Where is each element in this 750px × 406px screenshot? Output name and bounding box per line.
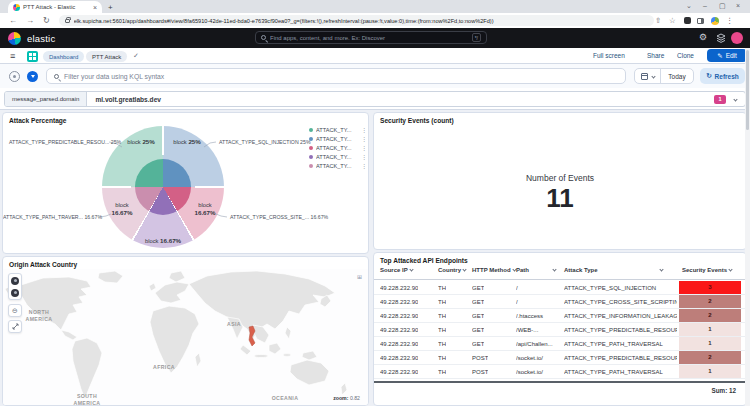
reload-icon[interactable]: ↻	[43, 16, 50, 25]
window-minimize-icon[interactable]: –	[703, 2, 707, 9]
hamburger-menu-icon[interactable]: ≡	[10, 51, 15, 61]
legend-item[interactable]: ATTACK_TY...⋮	[309, 154, 367, 160]
date-range-button[interactable]: Today	[661, 69, 693, 83]
legend-options-icon[interactable]: ⋮	[362, 136, 368, 142]
map-fit-bounds-button[interactable]	[8, 320, 22, 333]
map-tool-icon[interactable]	[11, 289, 19, 297]
security-events-cell: 3	[679, 281, 741, 294]
kql-search-input[interactable]: Filter your data using KQL syntax	[46, 68, 626, 84]
share-button[interactable]: Share	[647, 52, 664, 59]
window-dropdown-icon[interactable]: ⌄	[686, 2, 692, 10]
legend-options-icon[interactable]: ⋮	[362, 127, 368, 133]
global-search-input[interactable]: Find apps, content, and more. Ex: Discov…	[255, 31, 487, 44]
map-legend-toggle-icon[interactable]: ⊞	[357, 273, 362, 280]
map-label-africa: AFRICA	[149, 364, 179, 371]
browser-tab[interactable]: PTT Attack - Elastic ×	[8, 1, 102, 13]
map-label-oceania: OCEANIA	[265, 395, 305, 402]
legend-item[interactable]: ATTACK_TY...⋮	[309, 136, 367, 142]
pencil-icon: ✎	[717, 52, 722, 60]
elastic-brand: elastic	[27, 33, 55, 44]
filter-icon[interactable]	[27, 71, 38, 82]
scrollbar-thumb[interactable]	[746, 50, 749, 130]
col-security-events[interactable]: Security Events	[682, 267, 732, 273]
table-row[interactable]: 49.228.232.90THGET/ATTACK_TYPE_SQL_INJEC…	[374, 281, 746, 295]
table-header-row: Source IP Country HTTP Method Path Attac…	[374, 267, 746, 280]
panel-attack-percentage[interactable]: Attack Percentage block 25% block 25% bl…	[2, 112, 369, 254]
side-panel-icon[interactable]	[697, 18, 704, 24]
legend-dot	[309, 146, 313, 150]
check-icon[interactable]: ✓	[133, 52, 139, 60]
map-tools-group[interactable]	[8, 273, 22, 300]
table-row[interactable]: 49.228.232.90THGET/ATTACK_TYPE_CROSS_SIT…	[374, 295, 746, 309]
edit-label: Edit	[726, 52, 737, 59]
world-map[interactable]: NORTH AMERICA ASIA AFRICA SOUTH AMERICA …	[3, 269, 368, 405]
refresh-button[interactable]: ↻ Refresh	[700, 68, 745, 84]
security-events-cell: 2	[679, 309, 741, 322]
legend-dot	[309, 155, 313, 159]
col-attack-type[interactable]: Attack Type	[564, 267, 663, 273]
legend-options-icon[interactable]: ⋮	[362, 154, 368, 160]
map-tool-icon[interactable]	[11, 277, 19, 285]
date-picker-group: Today	[634, 68, 694, 84]
browser-profile-avatar[interactable]	[711, 17, 719, 25]
table-row[interactable]: 49.228.232.90THGET/api/Challen...ATTACK_…	[374, 337, 746, 351]
clone-button[interactable]: Clone	[677, 52, 694, 59]
elastic-logo	[8, 32, 21, 45]
gear-icon[interactable]: ⚙	[699, 32, 707, 42]
legend-item[interactable]: ATTACK_TY...⋮	[309, 127, 367, 133]
new-tab-button[interactable]: +	[108, 3, 113, 12]
metric-label: Number of Events	[374, 173, 746, 183]
panel-top-attacked-api-endpoints[interactable]: Top Attacked API Endpoints Source IP Cou…	[373, 252, 747, 406]
user-avatar[interactable]	[731, 32, 743, 44]
search-icon	[54, 74, 59, 79]
table-row[interactable]: 49.228.232.90THPOST/socket.io/ATTACK_TYP…	[374, 365, 746, 379]
security-events-cell: 1	[679, 323, 741, 336]
panel-origin-attack-country[interactable]: Origin Attack Country	[2, 256, 369, 406]
url-text: elk.supicha.net:5601/app/dashboards#/vie…	[74, 18, 494, 24]
map-zoom-out-button[interactable]: ⊖	[8, 304, 22, 317]
domain-filter-control[interactable]: message_parsed.domain ml.volt.greatlabs.…	[4, 91, 746, 107]
edit-button[interactable]: ✎ Edit	[707, 49, 747, 62]
table-row[interactable]: 49.228.232.90THPOST/socket.io/ATTACK_TYP…	[374, 351, 746, 365]
pie-label-block-tl: block 25%	[127, 138, 155, 146]
breadcrumb-dashboard[interactable]: Dashboard	[43, 51, 84, 62]
col-http-method[interactable]: HTTP Method	[472, 267, 516, 273]
extension-icon[interactable]	[684, 17, 691, 24]
col-country[interactable]: Country	[438, 267, 466, 273]
saved-query-icon[interactable]	[9, 71, 20, 82]
browser-menu-icon[interactable]: ⋮	[726, 16, 734, 25]
col-source-ip[interactable]: Source IP	[380, 267, 413, 273]
legend-item[interactable]: ATTACK_TY...⋮	[309, 145, 367, 151]
legend-item[interactable]: ATTACK_TY...⋮	[309, 163, 367, 169]
security-events-cell: 2	[679, 351, 741, 364]
browser-url-row: ← → ↻ elk.supicha.net:5601/app/dashboard…	[0, 13, 750, 28]
forward-icon[interactable]: →	[26, 16, 34, 25]
map-label-south-america: SOUTH AMERICA	[65, 393, 109, 406]
callout-path-traversal: ATTACK_TYPE_PATH_TRAVER... 16.67%	[3, 214, 98, 220]
map-label-north-america: NORTH AMERICA	[17, 309, 61, 323]
legend-options-icon[interactable]: ⋮	[362, 145, 368, 151]
full-screen-button[interactable]: Full screen	[593, 52, 625, 59]
screen: PTT Attack - Elastic × + ⌄ – ▢ × ← → ↻ e…	[0, 0, 750, 406]
chevron-down-icon[interactable]	[733, 97, 737, 101]
map-zoom-indicator: zoom: 0.82	[333, 395, 360, 401]
tab-close-icon[interactable]: ×	[93, 4, 97, 11]
calendar-button[interactable]	[635, 69, 661, 83]
search-icon	[261, 35, 266, 40]
window-maximize-icon[interactable]: ▢	[719, 2, 726, 10]
col-path[interactable]: Path	[516, 267, 556, 273]
url-bar[interactable]: elk.supicha.net:5601/app/dashboards#/vie…	[59, 15, 654, 26]
share-icon[interactable]: ⇧	[655, 16, 661, 25]
legend-options-icon[interactable]: ⋮	[362, 163, 368, 169]
refresh-icon: ↻	[706, 72, 711, 80]
callout-cross-site: ATTACK_TYPE_CROSS_SITE_... 16.67%	[230, 214, 328, 220]
table-row[interactable]: 49.228.232.90THGET/WEB-...ATTACK_TYPE_PR…	[374, 323, 746, 337]
refresh-label: Refresh	[715, 73, 739, 80]
browser-tab-strip: PTT Attack - Elastic × + ⌄ – ▢ ×	[0, 0, 750, 13]
panel-security-events-count[interactable]: Security Events (count) Number of Events…	[373, 112, 747, 250]
back-icon[interactable]: ←	[9, 16, 17, 25]
deployment-icon[interactable]	[716, 33, 726, 43]
table-row[interactable]: 49.228.232.90THGET/.htaccessATTACK_TYPE_…	[374, 309, 746, 323]
window-close-icon[interactable]: ×	[736, 2, 740, 9]
bookmark-star-icon[interactable]: ☆	[669, 16, 676, 25]
